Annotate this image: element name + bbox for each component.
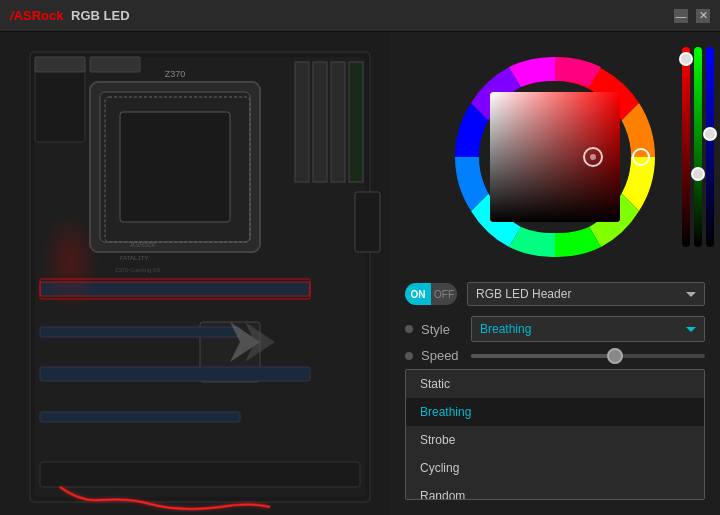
titlebar-left: /ASRock RGB LED <box>10 8 130 23</box>
speed-fill <box>471 354 611 358</box>
logo-rgb-text: RGB LED <box>71 8 130 23</box>
color-wheel-container[interactable] <box>445 47 665 267</box>
main-layout: Z370 ASRock FATAL1TY Z370 Gaming K6 <box>0 32 720 515</box>
svg-rect-2 <box>295 62 309 182</box>
svg-rect-5 <box>349 62 363 182</box>
motherboard-area: Z370 ASRock FATAL1TY Z370 Gaming K6 <box>0 32 390 515</box>
speed-track[interactable] <box>471 354 705 358</box>
svg-rect-33 <box>490 92 620 222</box>
svg-rect-3 <box>313 62 327 182</box>
svg-point-19 <box>40 212 100 312</box>
style-row: Style Breathing <box>405 316 705 342</box>
red-slider[interactable] <box>682 42 690 252</box>
header-dropdown-label: RGB LED Header <box>476 287 571 301</box>
svg-rect-13 <box>40 367 310 381</box>
minimize-button[interactable]: — <box>674 9 688 23</box>
svg-text:ASRock: ASRock <box>129 241 156 248</box>
toggle-off-label: OFF <box>431 283 457 305</box>
power-toggle[interactable]: ON OFF <box>405 283 457 305</box>
blue-knob[interactable] <box>703 127 717 141</box>
green-knob[interactable] <box>691 167 705 181</box>
speed-knob[interactable] <box>607 348 623 364</box>
style-row-label: Style <box>421 322 471 337</box>
green-slider[interactable] <box>694 42 702 252</box>
controls-row: ON OFF RGB LED Header <box>405 282 705 306</box>
dropdown-item[interactable]: Random <box>406 482 704 500</box>
svg-rect-18 <box>40 462 360 487</box>
header-dropdown-chevron <box>686 292 696 297</box>
red-knob[interactable] <box>679 52 693 66</box>
svg-rect-4 <box>331 62 345 182</box>
svg-text:Z370 Gaming K6: Z370 Gaming K6 <box>115 267 161 273</box>
dropdown-item[interactable]: Cycling <box>406 454 704 482</box>
blue-slider[interactable] <box>706 42 714 252</box>
color-sliders <box>682 42 712 262</box>
svg-rect-8 <box>120 112 230 222</box>
svg-point-35 <box>590 154 596 160</box>
svg-text:FATAL1TY: FATAL1TY <box>120 255 148 261</box>
dropdown-item[interactable]: Static <box>406 370 704 398</box>
logo-asrock: /ASRock RGB LED <box>10 8 130 23</box>
motherboard-svg: Z370 ASRock FATAL1TY Z370 Gaming K6 <box>0 32 390 515</box>
dropdown-item[interactable]: Breathing <box>406 398 704 426</box>
right-panel: ON OFF RGB LED Header Style Breathing Sp… <box>390 32 720 515</box>
speed-dot <box>405 352 413 360</box>
header-dropdown[interactable]: RGB LED Header <box>467 282 705 306</box>
speed-row: Speed <box>405 348 705 363</box>
style-dropdown-menu: StaticBreathingStrobeCyclingRandomMusicW… <box>405 369 705 500</box>
svg-rect-12 <box>40 327 240 337</box>
svg-rect-17 <box>35 62 85 142</box>
asrock-brand: /ASRock <box>10 8 63 23</box>
style-dot <box>405 325 413 333</box>
close-button[interactable]: ✕ <box>696 9 710 23</box>
svg-rect-20 <box>35 57 85 72</box>
speed-row-label: Speed <box>421 348 471 363</box>
dropdown-item[interactable]: Strobe <box>406 426 704 454</box>
speed-slider-container[interactable] <box>471 354 705 358</box>
style-dropdown-value: Breathing <box>480 322 531 336</box>
svg-rect-14 <box>40 412 240 422</box>
style-dropdown-chevron <box>686 327 696 332</box>
svg-text:Z370: Z370 <box>165 69 186 79</box>
titlebar: /ASRock RGB LED — ✕ <box>0 0 720 32</box>
svg-rect-16 <box>355 192 380 252</box>
style-dropdown[interactable]: Breathing <box>471 316 705 342</box>
titlebar-controls: — ✕ <box>674 9 710 23</box>
color-wheel-svg <box>445 47 665 267</box>
toggle-on-label: ON <box>405 283 431 305</box>
svg-rect-21 <box>90 57 140 72</box>
